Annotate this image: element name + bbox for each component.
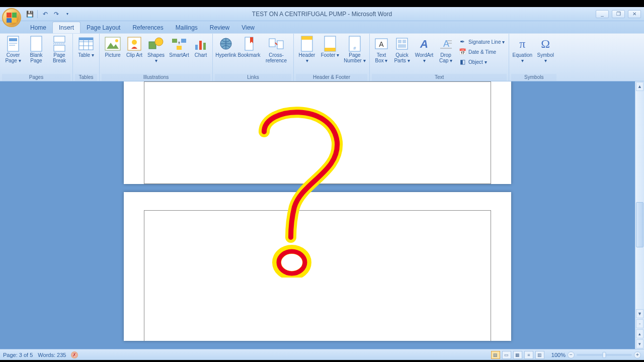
cross-reference-button[interactable]: Cross-reference	[261, 35, 291, 64]
svg-rect-44	[398, 44, 406, 48]
drop-cap-button[interactable]: A Drop Cap ▾	[436, 35, 455, 64]
picture-icon	[105, 36, 121, 52]
scroll-track[interactable]	[635, 92, 644, 309]
zoom-slider[interactable]	[577, 354, 632, 356]
spell-check-icon[interactable]: ✗	[71, 351, 78, 358]
view-web-layout[interactable]: ▦	[513, 351, 522, 359]
tab-page-layout[interactable]: Page Layout	[80, 22, 126, 33]
symbol-button[interactable]: Ω Symbol ▾	[534, 35, 556, 64]
blank-page-icon	[28, 36, 44, 52]
quick-parts-button[interactable]: Quick Parts ▾	[392, 35, 412, 64]
text-box-button[interactable]: A Text Box ▾	[372, 35, 391, 64]
scroll-down-button[interactable]: ▼	[636, 309, 643, 318]
tab-home[interactable]: Home	[24, 22, 52, 33]
drop-cap-icon: A	[438, 36, 454, 52]
maximize-button[interactable]: ❐	[612, 10, 625, 18]
view-full-screen[interactable]: ▭	[502, 351, 511, 359]
zoom-out-button[interactable]: −	[568, 351, 575, 358]
group-text: A Text Box ▾ Quick Parts ▾ A WordArt ▾ A…	[370, 34, 509, 81]
minimize-button[interactable]: _	[596, 10, 609, 18]
zoom-percent[interactable]: 100%	[551, 352, 566, 358]
equation-button[interactable]: π Equation ▾	[511, 35, 533, 64]
bookmark-button[interactable]: Bookmark	[238, 35, 260, 59]
page-number-icon: #	[347, 36, 363, 52]
undo-icon: ↶	[43, 11, 48, 18]
svg-rect-21	[172, 39, 177, 43]
signature-line-button[interactable]: ✒Signature Line ▾	[456, 37, 507, 47]
document-scroll[interactable]	[0, 81, 635, 349]
table-button[interactable]: Table ▾	[75, 35, 97, 59]
picture-button[interactable]: Picture	[102, 35, 124, 59]
ribbon-tabs: Home Insert Page Layout References Maili…	[0, 21, 644, 33]
tab-references[interactable]: References	[126, 22, 169, 33]
svg-rect-3	[9, 45, 15, 46]
redo-button[interactable]: ↷	[52, 10, 61, 19]
wordart-button[interactable]: A WordArt ▾	[413, 35, 435, 64]
save-button[interactable]: 💾	[25, 10, 34, 19]
content-frame	[144, 81, 491, 184]
header-button[interactable]: Header ▾	[296, 35, 318, 64]
document-page-upper[interactable]	[124, 81, 511, 184]
cross-reference-icon	[268, 36, 284, 52]
svg-rect-34	[301, 36, 312, 40]
close-button[interactable]: ✕	[628, 10, 641, 18]
smartart-button[interactable]: SmartArt	[168, 35, 190, 59]
blank-page-button[interactable]: Blank Page	[25, 35, 47, 64]
tab-review[interactable]: Review	[204, 22, 235, 33]
zoom-slider-thumb[interactable]	[603, 352, 606, 358]
wordart-icon: A	[416, 36, 432, 52]
shapes-button[interactable]: Shapes ▾	[145, 35, 167, 64]
cover-page-button[interactable]: Cover Page ▾	[2, 35, 24, 64]
status-page[interactable]: Page: 3 of 5	[3, 352, 33, 358]
svg-point-18	[132, 40, 137, 45]
content-frame	[144, 210, 491, 341]
smartart-icon	[171, 36, 187, 52]
page-number-button[interactable]: # Page Number ▾	[342, 35, 367, 64]
status-words[interactable]: Words: 235	[38, 352, 66, 358]
svg-rect-6	[54, 45, 65, 51]
svg-marker-24	[178, 42, 180, 45]
group-illustrations: Picture Clip Art Shapes ▾ SmartArt Chart	[100, 34, 213, 81]
clip-art-button[interactable]: Clip Art	[125, 35, 144, 59]
scroll-thumb[interactable]	[636, 202, 643, 247]
zoom-in-button[interactable]: +	[634, 351, 641, 358]
header-icon	[299, 36, 315, 52]
tab-mailings[interactable]: Mailings	[170, 22, 204, 33]
document-page-lower[interactable]	[124, 192, 511, 341]
scroll-up-button[interactable]: ▲	[636, 82, 643, 91]
hyperlink-button[interactable]: Hyperlink	[215, 35, 237, 59]
svg-rect-42	[398, 40, 401, 43]
tab-insert[interactable]: Insert	[52, 22, 80, 33]
svg-text:A: A	[443, 39, 449, 49]
vertical-scrollbar[interactable]: ▲ ▼ ◦ ▴ ▾	[635, 81, 644, 349]
svg-rect-2	[9, 43, 17, 44]
qat-customize[interactable]: ▾	[63, 10, 72, 19]
prev-page-button[interactable]: ▴	[636, 329, 643, 338]
chart-button[interactable]: Chart	[191, 35, 210, 59]
view-print-layout[interactable]: ▤	[491, 351, 500, 359]
footer-button[interactable]: Footer ▾	[319, 35, 341, 59]
equation-icon: π	[514, 36, 530, 52]
undo-button[interactable]: ↶	[41, 10, 50, 19]
redo-icon: ↷	[54, 11, 59, 18]
office-logo-icon	[7, 13, 17, 23]
next-page-button[interactable]: ▾	[636, 339, 643, 348]
view-draft[interactable]: ▥	[535, 351, 544, 359]
footer-icon	[322, 36, 338, 52]
object-button[interactable]: ◧Object ▾	[456, 57, 507, 67]
document-area: ▲ ▼ ◦ ▴ ▾	[0, 81, 644, 349]
svg-rect-22	[181, 39, 186, 43]
browse-object-button[interactable]: ◦	[636, 319, 643, 328]
tab-view[interactable]: View	[235, 22, 261, 33]
view-outline[interactable]: ≡	[524, 351, 533, 359]
word-window: 💾 ↶ ↷ ▾ TEST ON A CENTRIFUGAL PUMP - Mic…	[0, 7, 644, 360]
office-button[interactable]	[2, 8, 21, 27]
svg-rect-32	[277, 41, 283, 49]
date-time-button[interactable]: 📅Date & Time	[456, 47, 507, 57]
table-icon	[78, 36, 94, 52]
clip-art-icon	[126, 36, 142, 52]
svg-text:#: #	[353, 46, 356, 51]
quick-parts-icon	[394, 36, 410, 52]
ribbon-insert: Cover Page ▾ Blank Page Page Break Pages…	[0, 33, 644, 81]
page-break-button[interactable]: Page Break	[48, 35, 70, 64]
